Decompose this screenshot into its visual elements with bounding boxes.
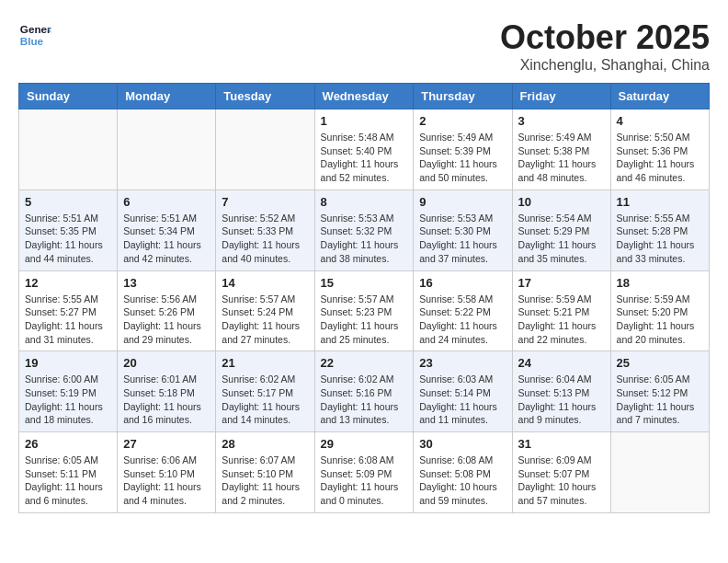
weekday-header-saturday: Saturday xyxy=(610,84,709,109)
day-number: 17 xyxy=(518,276,605,290)
day-number: 2 xyxy=(419,114,506,128)
day-number: 1 xyxy=(321,114,408,128)
day-number: 7 xyxy=(222,195,308,209)
day-info: Sunrise: 6:06 AM Sunset: 5:10 PM Dayligh… xyxy=(123,454,210,508)
day-number: 14 xyxy=(222,276,308,290)
calendar-cell: 15Sunrise: 5:57 AM Sunset: 5:23 PM Dayli… xyxy=(314,270,414,351)
day-info: Sunrise: 5:56 AM Sunset: 5:26 PM Dayligh… xyxy=(123,293,210,347)
calendar-cell: 10Sunrise: 5:54 AM Sunset: 5:29 PM Dayli… xyxy=(512,190,610,270)
day-info: Sunrise: 6:09 AM Sunset: 5:07 PM Dayligh… xyxy=(518,454,605,508)
day-info: Sunrise: 5:58 AM Sunset: 5:22 PM Dayligh… xyxy=(419,293,506,347)
weekday-header-friday: Friday xyxy=(512,84,610,109)
day-info: Sunrise: 5:55 AM Sunset: 5:28 PM Dayligh… xyxy=(617,212,703,266)
day-number: 20 xyxy=(123,356,210,370)
day-number: 12 xyxy=(25,276,111,290)
title-area: October 2025 Xinchenglu, Shanghai, China xyxy=(500,18,710,74)
calendar-cell xyxy=(118,109,216,190)
day-info: Sunrise: 5:50 AM Sunset: 5:36 PM Dayligh… xyxy=(617,131,703,185)
calendar-cell: 11Sunrise: 5:55 AM Sunset: 5:28 PM Dayli… xyxy=(610,190,709,270)
day-number: 5 xyxy=(25,195,111,209)
day-info: Sunrise: 5:55 AM Sunset: 5:27 PM Dayligh… xyxy=(25,293,111,347)
day-info: Sunrise: 6:04 AM Sunset: 5:13 PM Dayligh… xyxy=(518,373,605,427)
day-info: Sunrise: 5:57 AM Sunset: 5:24 PM Dayligh… xyxy=(222,293,308,347)
calendar-cell: 5Sunrise: 5:51 AM Sunset: 5:35 PM Daylig… xyxy=(19,190,118,270)
day-number: 16 xyxy=(419,276,506,290)
day-number: 30 xyxy=(419,437,506,451)
day-number: 31 xyxy=(518,437,605,451)
day-number: 28 xyxy=(222,437,308,451)
weekday-header-wednesday: Wednesday xyxy=(314,84,414,109)
day-number: 15 xyxy=(321,276,408,290)
day-number: 10 xyxy=(518,195,605,209)
day-info: Sunrise: 5:51 AM Sunset: 5:35 PM Dayligh… xyxy=(25,212,111,266)
day-info: Sunrise: 5:51 AM Sunset: 5:34 PM Dayligh… xyxy=(123,212,210,266)
week-row-3: 12Sunrise: 5:55 AM Sunset: 5:27 PM Dayli… xyxy=(19,270,710,351)
day-info: Sunrise: 5:54 AM Sunset: 5:29 PM Dayligh… xyxy=(518,212,605,266)
day-info: Sunrise: 5:49 AM Sunset: 5:39 PM Dayligh… xyxy=(419,131,506,185)
week-row-4: 19Sunrise: 6:00 AM Sunset: 5:19 PM Dayli… xyxy=(19,351,710,432)
month-title: October 2025 xyxy=(500,18,710,57)
day-info: Sunrise: 5:49 AM Sunset: 5:38 PM Dayligh… xyxy=(518,131,605,185)
day-info: Sunrise: 5:53 AM Sunset: 5:30 PM Dayligh… xyxy=(419,212,506,266)
day-info: Sunrise: 6:05 AM Sunset: 5:12 PM Dayligh… xyxy=(617,373,703,427)
day-number: 24 xyxy=(518,356,605,370)
day-info: Sunrise: 6:02 AM Sunset: 5:16 PM Dayligh… xyxy=(321,373,408,427)
calendar-cell: 18Sunrise: 5:59 AM Sunset: 5:20 PM Dayli… xyxy=(610,270,709,351)
day-info: Sunrise: 6:00 AM Sunset: 5:19 PM Dayligh… xyxy=(25,373,111,427)
day-number: 4 xyxy=(617,114,703,128)
day-info: Sunrise: 6:03 AM Sunset: 5:14 PM Dayligh… xyxy=(419,373,506,427)
calendar-cell: 29Sunrise: 6:08 AM Sunset: 5:09 PM Dayli… xyxy=(314,432,414,513)
day-number: 27 xyxy=(123,437,210,451)
day-info: Sunrise: 5:59 AM Sunset: 5:20 PM Dayligh… xyxy=(617,293,703,347)
calendar-cell: 17Sunrise: 5:59 AM Sunset: 5:21 PM Dayli… xyxy=(512,270,610,351)
calendar-body: 1Sunrise: 5:48 AM Sunset: 5:40 PM Daylig… xyxy=(19,109,710,513)
day-info: Sunrise: 6:02 AM Sunset: 5:17 PM Dayligh… xyxy=(222,373,308,427)
day-number: 21 xyxy=(222,356,308,370)
day-number: 8 xyxy=(321,195,408,209)
week-row-2: 5Sunrise: 5:51 AM Sunset: 5:35 PM Daylig… xyxy=(19,190,710,270)
weekday-header-monday: Monday xyxy=(118,84,216,109)
day-info: Sunrise: 6:08 AM Sunset: 5:09 PM Dayligh… xyxy=(321,454,408,508)
day-number: 26 xyxy=(25,437,111,451)
calendar-cell: 26Sunrise: 6:05 AM Sunset: 5:11 PM Dayli… xyxy=(19,432,118,513)
calendar-cell: 3Sunrise: 5:49 AM Sunset: 5:38 PM Daylig… xyxy=(512,109,610,190)
calendar-cell: 12Sunrise: 5:55 AM Sunset: 5:27 PM Dayli… xyxy=(19,270,118,351)
calendar-cell: 24Sunrise: 6:04 AM Sunset: 5:13 PM Dayli… xyxy=(512,351,610,432)
weekday-header-row: SundayMondayTuesdayWednesdayThursdayFrid… xyxy=(19,84,710,109)
calendar-cell: 9Sunrise: 5:53 AM Sunset: 5:30 PM Daylig… xyxy=(414,190,512,270)
day-info: Sunrise: 6:01 AM Sunset: 5:18 PM Dayligh… xyxy=(123,373,210,427)
weekday-header-thursday: Thursday xyxy=(414,84,512,109)
day-number: 13 xyxy=(123,276,210,290)
calendar-cell: 14Sunrise: 5:57 AM Sunset: 5:24 PM Dayli… xyxy=(216,270,314,351)
calendar-cell: 22Sunrise: 6:02 AM Sunset: 5:16 PM Dayli… xyxy=(314,351,414,432)
calendar-cell: 19Sunrise: 6:00 AM Sunset: 5:19 PM Dayli… xyxy=(19,351,118,432)
weekday-header-sunday: Sunday xyxy=(19,84,118,109)
logo-icon: General Blue xyxy=(18,18,51,52)
day-number: 23 xyxy=(419,356,506,370)
calendar-cell: 27Sunrise: 6:06 AM Sunset: 5:10 PM Dayli… xyxy=(118,432,216,513)
calendar-cell: 31Sunrise: 6:09 AM Sunset: 5:07 PM Dayli… xyxy=(512,432,610,513)
day-number: 18 xyxy=(617,276,703,290)
calendar-cell xyxy=(610,432,709,513)
day-number: 3 xyxy=(518,114,605,128)
day-info: Sunrise: 5:57 AM Sunset: 5:23 PM Dayligh… xyxy=(321,293,408,347)
week-row-5: 26Sunrise: 6:05 AM Sunset: 5:11 PM Dayli… xyxy=(19,432,710,513)
calendar-cell: 28Sunrise: 6:07 AM Sunset: 5:10 PM Dayli… xyxy=(216,432,314,513)
day-info: Sunrise: 5:59 AM Sunset: 5:21 PM Dayligh… xyxy=(518,293,605,347)
location-title: Xinchenglu, Shanghai, China xyxy=(500,57,710,74)
day-info: Sunrise: 5:53 AM Sunset: 5:32 PM Dayligh… xyxy=(321,212,408,266)
day-number: 19 xyxy=(25,356,111,370)
header: General Blue October 2025 Xinchenglu, Sh… xyxy=(18,18,710,74)
calendar-cell: 6Sunrise: 5:51 AM Sunset: 5:34 PM Daylig… xyxy=(118,190,216,270)
calendar-cell: 13Sunrise: 5:56 AM Sunset: 5:26 PM Dayli… xyxy=(118,270,216,351)
calendar: SundayMondayTuesdayWednesdayThursdayFrid… xyxy=(18,83,710,513)
calendar-cell: 30Sunrise: 6:08 AM Sunset: 5:08 PM Dayli… xyxy=(414,432,512,513)
day-number: 25 xyxy=(617,356,703,370)
day-info: Sunrise: 5:48 AM Sunset: 5:40 PM Dayligh… xyxy=(321,131,408,185)
svg-text:General: General xyxy=(20,23,51,35)
day-info: Sunrise: 6:08 AM Sunset: 5:08 PM Dayligh… xyxy=(419,454,506,508)
week-row-1: 1Sunrise: 5:48 AM Sunset: 5:40 PM Daylig… xyxy=(19,109,710,190)
weekday-header-tuesday: Tuesday xyxy=(216,84,314,109)
calendar-cell: 25Sunrise: 6:05 AM Sunset: 5:12 PM Dayli… xyxy=(610,351,709,432)
logo: General Blue xyxy=(18,18,51,52)
